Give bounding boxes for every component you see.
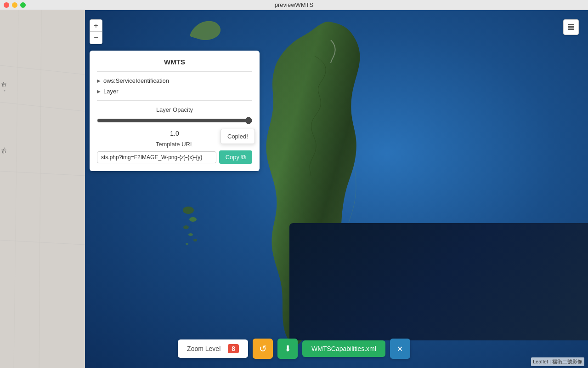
map-container: 市 市 xyxy=(0,10,588,368)
opacity-slider[interactable] xyxy=(97,117,252,124)
close-bottom-button[interactable]: ✕ xyxy=(390,339,410,359)
dark-map-patch xyxy=(289,223,588,340)
svg-point-7 xyxy=(4,90,6,92)
svg-point-9 xyxy=(183,207,194,214)
layer-control-button[interactable] xyxy=(563,19,579,35)
map-sidebar[interactable]: 市 市 xyxy=(0,10,85,368)
maximize-window-button[interactable] xyxy=(20,2,26,8)
layers-icon xyxy=(567,23,575,31)
close-icon: ✕ xyxy=(397,345,403,353)
download-icon-button[interactable]: ⬇ xyxy=(277,339,298,359)
svg-rect-16 xyxy=(568,26,574,28)
window-title: previewWMTS xyxy=(275,1,314,8)
zoom-out-button[interactable]: − xyxy=(90,32,102,44)
opacity-slider-container xyxy=(97,117,252,126)
copied-tooltip: Copied! xyxy=(220,129,255,144)
titlebar: previewWMTS xyxy=(0,0,588,10)
panel-divider-2 xyxy=(97,100,252,101)
svg-rect-17 xyxy=(568,29,574,30)
zoom-controls: + − xyxy=(90,19,102,44)
wmts-panel-title: WMTS xyxy=(97,58,252,66)
leaflet-link[interactable]: Leaflet xyxy=(533,359,548,364)
titlebar-buttons xyxy=(4,2,26,8)
city-label-1: 市 xyxy=(1,81,6,88)
svg-point-11 xyxy=(183,225,189,229)
svg-point-10 xyxy=(189,217,197,222)
zoom-level-value: 8 xyxy=(228,344,239,353)
zoom-level-badge: Zoom Level 8 xyxy=(178,339,248,358)
svg-point-12 xyxy=(188,233,193,236)
minimize-window-button[interactable] xyxy=(12,2,17,8)
northern-island xyxy=(186,15,223,44)
download-icon: ⬇ xyxy=(284,344,291,354)
svg-point-14 xyxy=(186,243,188,245)
svg-rect-0 xyxy=(0,10,85,368)
tree-item-layer[interactable]: ▶ Layer xyxy=(97,86,252,97)
template-url-input[interactable] xyxy=(97,151,216,163)
refresh-button[interactable]: ↺ xyxy=(253,339,273,359)
svg-point-13 xyxy=(193,239,197,242)
copy-icon: ⧉ xyxy=(241,153,246,161)
tree-item-label-2: Layer xyxy=(103,88,119,95)
copy-button[interactable]: Copy ⧉ xyxy=(219,150,252,164)
tree-item-label-1: ows:ServiceIdentification xyxy=(103,77,169,84)
copied-text: Copied! xyxy=(227,133,248,140)
attribution-extra: | 福衛二號影像 xyxy=(549,359,582,364)
svg-rect-15 xyxy=(568,24,574,25)
refresh-icon: ↺ xyxy=(259,343,267,354)
bottom-bar: Zoom Level 8 ↺ ⬇ WMTSCapabilities.xml ✕ xyxy=(0,339,588,359)
small-islands xyxy=(177,194,214,251)
city-label-2: 市 xyxy=(1,148,6,155)
attribution: Leaflet | 福衛二號影像 xyxy=(531,357,584,366)
tree-arrow-2: ▶ xyxy=(97,89,101,94)
url-row: Copy ⧉ xyxy=(97,150,252,164)
wmts-panel: WMTS ▶ ows:ServiceIdentification ▶ Layer… xyxy=(90,51,260,171)
panel-divider-1 xyxy=(97,71,252,72)
close-window-button[interactable] xyxy=(4,2,9,8)
tree-arrow-1: ▶ xyxy=(97,78,101,83)
tree-item-service-identification[interactable]: ▶ ows:ServiceIdentification xyxy=(97,75,252,86)
capabilities-button[interactable]: WMTSCapabilities.xml xyxy=(302,340,385,357)
opacity-label: Layer Opacity xyxy=(97,106,252,113)
zoom-level-label: Zoom Level xyxy=(187,345,220,352)
zoom-in-button[interactable]: + xyxy=(90,20,102,32)
copy-button-label: Copy xyxy=(226,154,239,161)
